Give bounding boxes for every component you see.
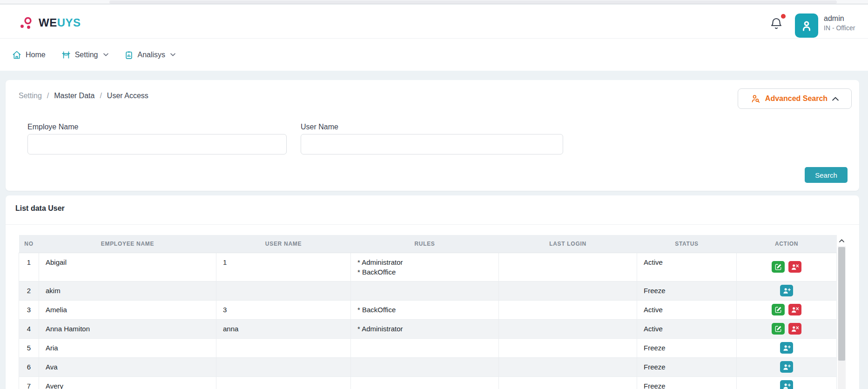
- edit-icon: [775, 306, 782, 313]
- user-plus-icon: [783, 383, 791, 389]
- chevron-down-icon: [170, 53, 175, 56]
- user-name-input[interactable]: [301, 134, 563, 154]
- col-header-status: STATUS: [637, 235, 737, 253]
- rule-item: * BackOffice: [357, 267, 492, 277]
- cell-user-name: [216, 357, 351, 376]
- vscrollbar-thumb[interactable]: [838, 247, 845, 361]
- breadcrumb-setting[interactable]: Setting: [19, 92, 42, 100]
- logo-circles-icon: [19, 15, 34, 31]
- cell-rules: [351, 357, 499, 376]
- activate-user-button[interactable]: [780, 342, 793, 354]
- cell-status: Freeze: [637, 357, 737, 376]
- remove-user-button[interactable]: [788, 261, 801, 273]
- advanced-search-label: Advanced Search: [765, 94, 828, 103]
- col-header-employee-name: EMPLOYEE NAME: [39, 235, 216, 253]
- cell-last-login: [499, 300, 637, 319]
- activate-user-button[interactable]: [780, 380, 793, 389]
- employe-name-input[interactable]: [27, 134, 287, 154]
- remove-user-button[interactable]: [788, 304, 801, 315]
- cell-user-name: 3: [216, 300, 351, 319]
- browser-hscrollbar[interactable]: [0, 0, 868, 4]
- nav-item-home[interactable]: Home: [12, 50, 46, 60]
- user-table-body: 1Abigail1* Administrator* BackOfficeActi…: [19, 253, 837, 389]
- edit-user-button[interactable]: [772, 304, 785, 315]
- user-x-icon: [791, 307, 799, 313]
- table-header: NO EMPLOYEE NAME USER NAME RULES LAST LO…: [19, 235, 837, 253]
- cell-no: 1: [19, 253, 39, 281]
- cell-last-login: [499, 338, 637, 357]
- cell-employee-name: Abigail: [39, 253, 216, 281]
- table-row: 3Amelia3* BackOfficeActive: [19, 300, 837, 319]
- cell-no: 5: [19, 338, 39, 357]
- cell-action: [737, 300, 837, 319]
- person-icon: [800, 18, 814, 33]
- analysis-icon: [124, 50, 134, 60]
- cell-action: [737, 253, 837, 281]
- edit-user-button[interactable]: [772, 261, 785, 273]
- table-row: 4Anna Hamitonanna* AdministratorActive: [19, 319, 837, 338]
- cell-user-name: [216, 281, 351, 300]
- cell-no: 2: [19, 281, 39, 300]
- cell-rules: * Administrator: [351, 319, 499, 338]
- user-plus-icon: [783, 364, 791, 370]
- remove-user-button[interactable]: [788, 323, 801, 335]
- edit-user-button[interactable]: [772, 323, 785, 335]
- filter-card: Setting / Master Data / User Access Adva…: [6, 80, 859, 191]
- advanced-search-button[interactable]: Advanced Search: [738, 88, 852, 109]
- logo-text: WEUYS: [39, 16, 81, 29]
- cell-no: 7: [19, 376, 39, 389]
- hscrollbar-thumb[interactable]: [109, 0, 837, 4]
- user-plus-icon: [783, 288, 791, 294]
- user-meta: admin IN - Officer: [824, 14, 855, 32]
- cell-user-name: anna: [216, 319, 351, 338]
- cell-user-name: [216, 338, 351, 357]
- scroll-up-button[interactable]: [838, 235, 846, 246]
- user-avatar[interactable]: [795, 13, 818, 38]
- cell-last-login: [499, 376, 637, 389]
- table-row: 7AveryFreeze: [19, 376, 837, 389]
- table-row: 6AvaFreeze: [19, 357, 837, 376]
- user-table: NO EMPLOYEE NAME USER NAME RULES LAST LO…: [19, 235, 836, 389]
- cell-employee-name: Avery: [39, 376, 216, 389]
- user-plus-icon: [783, 345, 791, 351]
- cell-no: 4: [19, 319, 39, 338]
- list-title: List data User: [15, 204, 65, 213]
- cell-status: Freeze: [637, 281, 737, 300]
- app-logo[interactable]: WEUYS: [19, 15, 81, 31]
- breadcrumb-user-access[interactable]: User Access: [107, 92, 148, 100]
- user-role: IN - Officer: [824, 24, 855, 32]
- col-header-no: NO: [19, 235, 39, 253]
- chevron-down-icon: [103, 53, 108, 56]
- cell-status: Freeze: [637, 376, 737, 389]
- cell-no: 3: [19, 300, 39, 319]
- cell-status: Active: [637, 300, 737, 319]
- cell-status: Active: [637, 253, 737, 281]
- activate-user-button[interactable]: [780, 285, 793, 296]
- nav-label-analisys: Analisys: [138, 51, 166, 59]
- table-row: 1Abigail1* Administrator* BackOfficeActi…: [19, 253, 837, 281]
- rule-item: * Administrator: [357, 324, 492, 334]
- table-row: 2akimFreeze: [19, 281, 837, 300]
- col-header-last-login: LAST LOGIN: [499, 235, 637, 253]
- user-name: admin: [824, 14, 855, 23]
- search-button[interactable]: Search: [805, 167, 848, 183]
- cell-rules: [351, 281, 499, 300]
- table-vscrollbar[interactable]: [838, 235, 846, 389]
- list-data-card: List data User NO EMPLOYEE NAME USER NAM…: [6, 195, 859, 389]
- cell-action: [737, 281, 837, 300]
- bell-icon: [769, 16, 783, 31]
- breadcrumb: Setting / Master Data / User Access: [19, 92, 148, 100]
- cell-status: Active: [637, 319, 737, 338]
- app-header: WEUYS admin IN - Officer: [0, 5, 868, 38]
- notifications-button[interactable]: [769, 16, 785, 32]
- activate-user-button[interactable]: [780, 361, 793, 373]
- nav-item-analisys[interactable]: Analisys: [124, 50, 176, 60]
- cell-employee-name: Anna Hamiton: [39, 319, 216, 338]
- breadcrumb-master-data[interactable]: Master Data: [54, 92, 94, 100]
- nav-item-setting[interactable]: Setting: [61, 50, 108, 60]
- cell-last-login: [499, 319, 637, 338]
- cell-last-login: [499, 357, 637, 376]
- col-header-rules: RULES: [351, 235, 499, 253]
- user-name-label: User Name: [301, 123, 338, 131]
- edit-icon: [775, 325, 782, 332]
